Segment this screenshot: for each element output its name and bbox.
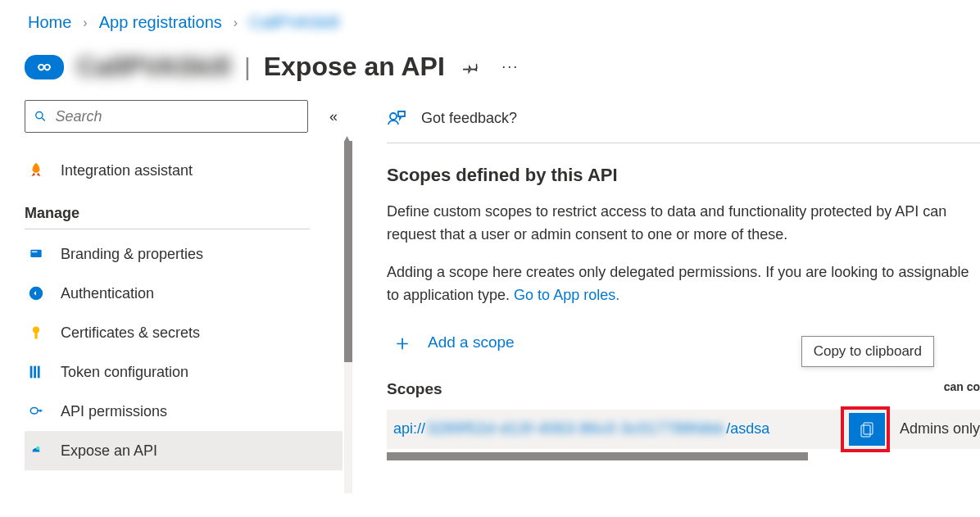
chevron-right-icon: › [234, 16, 238, 30]
token-icon [26, 362, 46, 382]
copy-icon [857, 419, 877, 439]
svg-rect-9 [38, 366, 40, 379]
svg-point-10 [30, 408, 38, 415]
sidebar-item-label: Token configuration [61, 364, 188, 381]
svg-point-12 [390, 113, 397, 120]
pin-button[interactable] [458, 54, 484, 80]
svg-rect-14 [861, 425, 870, 437]
expose-api-icon [26, 441, 46, 460]
add-scope-label: Add a scope [428, 333, 515, 351]
chevron-right-icon: › [83, 16, 87, 30]
copy-to-clipboard-button[interactable] [849, 413, 885, 446]
scrollbar-thumb[interactable] [344, 141, 352, 362]
branding-icon [26, 244, 46, 264]
feedback-button[interactable]: Got feedback? [387, 108, 980, 143]
copy-tooltip: Copy to clipboard [801, 336, 934, 367]
sidebar-item-authentication[interactable]: Authentication [25, 274, 352, 313]
app-name: CallPVASkill [77, 52, 231, 82]
breadcrumb-app-registrations[interactable]: App registrations [99, 13, 222, 32]
sidebar-item-certificates-secrets[interactable]: Certificates & secrets [25, 313, 352, 352]
go-to-app-roles-link[interactable]: Go to App roles. [514, 287, 619, 303]
svg-rect-7 [30, 366, 33, 379]
sidebar: « Integration assistant Manage Branding … [0, 100, 352, 494]
who-can-consent-value: Admins only [900, 420, 980, 438]
sidebar-section-manage: Manage [25, 190, 310, 229]
svg-point-1 [44, 64, 49, 69]
key-icon [26, 323, 46, 342]
sidebar-item-integration-assistant[interactable]: Integration assistant [25, 151, 352, 190]
who-can-consent-column-header: can co [944, 380, 980, 393]
scopes-column-header: Scopes [387, 380, 980, 398]
body-text-2: Adding a scope here creates only delegat… [387, 261, 980, 307]
rocket-icon [26, 161, 46, 180]
sidebar-item-expose-api[interactable]: Expose an API [25, 431, 343, 470]
svg-point-2 [36, 111, 43, 118]
svg-rect-6 [34, 333, 37, 339]
sidebar-item-token-configuration[interactable]: Token configuration [25, 352, 352, 392]
sidebar-item-label: Certificates & secrets [61, 324, 200, 342]
section-title: Scopes defined by this API [387, 165, 980, 186]
search-box[interactable] [25, 100, 308, 133]
sidebar-item-label: API permissions [61, 403, 167, 420]
search-icon [34, 109, 48, 124]
separator: | [244, 53, 251, 81]
more-button[interactable]: ··· [497, 54, 524, 80]
svg-point-0 [39, 64, 43, 69]
main-content: Got feedback? Scopes defined by this API… [352, 100, 980, 494]
svg-rect-8 [34, 366, 36, 379]
sidebar-item-label: Expose an API [61, 442, 157, 460]
svg-rect-3 [30, 250, 41, 257]
search-input[interactable] [56, 108, 299, 125]
api-permissions-icon [26, 401, 46, 421]
page-header: CallPVASkill | Expose an API ··· [0, 42, 980, 100]
collapse-sidebar-button[interactable]: « [329, 108, 338, 125]
svg-rect-4 [32, 252, 38, 252]
sidebar-item-label: Authentication [61, 285, 154, 302]
plus-icon: ＋ [392, 329, 413, 357]
svg-point-5 [33, 327, 39, 333]
feedback-icon [387, 108, 406, 128]
feedback-label: Got feedback? [421, 110, 517, 127]
breadcrumb-home[interactable]: Home [28, 13, 71, 32]
scrollbar-vertical[interactable] [344, 141, 352, 493]
breadcrumb: Home › App registrations › CallPVASkill [0, 0, 980, 42]
page-title: Expose an API [264, 52, 445, 82]
scroll-up-icon[interactable]: ▴ [344, 131, 352, 139]
authentication-icon [26, 283, 46, 303]
svg-rect-13 [864, 423, 873, 434]
app-icon [25, 55, 64, 79]
scope-uri[interactable]: api://3289f52d-d13f-4063-86c0-3c017788fd… [393, 420, 769, 438]
scrollbar-horizontal[interactable] [387, 452, 808, 460]
sidebar-item-api-permissions[interactable]: API permissions [25, 392, 352, 431]
body-text-1: Define custom scopes to restrict access … [387, 201, 980, 247]
sidebar-item-branding[interactable]: Branding & properties [25, 234, 352, 274]
scope-row[interactable]: api://3289f52d-d13f-4063-86c0-3c017788fd… [387, 410, 980, 449]
svg-point-11 [36, 447, 40, 451]
breadcrumb-current[interactable]: CallPVASkill [249, 13, 339, 32]
sidebar-item-label: Integration assistant [61, 162, 193, 179]
sidebar-item-label: Branding & properties [61, 246, 203, 263]
